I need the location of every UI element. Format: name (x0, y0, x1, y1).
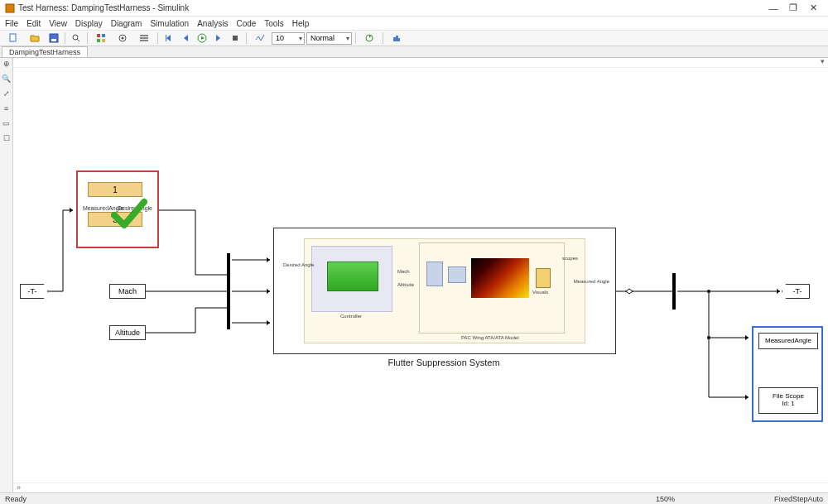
subsystem-name: Flutter Suppression System (378, 358, 510, 367)
svg-rect-8 (97, 39, 100, 42)
mux-right[interactable] (672, 273, 676, 310)
window-title: Test Harness: DampingTestHarness - Simul… (18, 3, 189, 12)
palette-hide-icon[interactable]: ☐ (2, 134, 12, 144)
menu-edit[interactable]: Edit (26, 19, 41, 28)
menu-tools[interactable]: Tools (264, 19, 283, 28)
svg-marker-33 (777, 289, 780, 294)
status-bar: Ready 150% FixedStepAuto (0, 492, 828, 504)
svg-rect-15 (166, 35, 166, 41)
svg-rect-9 (102, 39, 105, 42)
palette-image-icon[interactable]: ▭ (2, 119, 12, 129)
step-forward-button[interactable] (211, 31, 226, 45)
run-button[interactable] (195, 31, 209, 45)
maximize-button[interactable]: ❐ (783, 2, 803, 13)
altitude-constant-block[interactable]: Altitude (109, 325, 146, 340)
from-tag-block[interactable]: -T- (20, 284, 48, 299)
canvas-wrap: -T- 1 3 MeasuredAngle DesiredAngle Mach (13, 58, 828, 492)
svg-point-34 (707, 290, 710, 293)
subsystem-preview: Controller Desired Angle Mach Altitude V… (304, 238, 585, 343)
plant-label: PAC Wing ATA/ATA Model (461, 335, 518, 340)
file-scope-text: File Scope Id: 1 (773, 393, 804, 408)
palette-bar: ⊕ 🔍 ⤢ ≡ ▭ ☐ (0, 58, 13, 492)
model-canvas[interactable]: -T- 1 3 MeasuredAngle DesiredAngle Mach (13, 68, 828, 482)
close-button[interactable]: ✕ (803, 2, 823, 13)
plant-inport (426, 262, 443, 286)
controller-label: Controller (340, 314, 362, 319)
svg-rect-0 (6, 4, 14, 12)
tab-model[interactable]: DampingTestHarness (2, 46, 88, 57)
library-browser-button[interactable] (91, 31, 111, 45)
tab-strip: DampingTestHarness (0, 46, 828, 58)
menu-bar: File Edit View Display Diagram Simulatio… (0, 17, 828, 30)
menu-help[interactable]: Help (292, 19, 310, 28)
menu-view[interactable]: View (49, 19, 67, 28)
menu-diagram[interactable]: Diagram (111, 19, 142, 28)
svg-point-11 (122, 37, 124, 40)
new-model-button[interactable] (3, 31, 23, 45)
sig-row-1: 1 (88, 182, 142, 197)
menu-code[interactable]: Code (236, 19, 256, 28)
stop-button[interactable] (228, 31, 243, 45)
canvas-header[interactable] (13, 58, 828, 68)
open-button[interactable] (25, 31, 45, 45)
minimize-button[interactable]: — (763, 3, 783, 13)
menu-simulation[interactable]: Simulation (150, 19, 189, 28)
mach-constant-block[interactable]: Mach (109, 284, 146, 299)
svg-rect-6 (97, 34, 100, 37)
svg-rect-19 (393, 37, 396, 41)
svg-marker-37 (745, 395, 749, 400)
step-back-button[interactable] (161, 31, 176, 45)
svg-rect-14 (140, 40, 148, 41)
step-back-one-button[interactable] (178, 31, 193, 45)
canvas-footer[interactable]: » (13, 482, 828, 492)
svg-marker-29 (267, 320, 270, 325)
status-ready: Ready (5, 495, 26, 503)
altitude-label: Altitude (115, 329, 140, 337)
svg-rect-1 (10, 34, 16, 41)
canvas-footer-chevron: » (17, 483, 21, 492)
app-icon (5, 3, 15, 13)
measured-angle-display[interactable]: MeasuredAngle (758, 333, 818, 349)
goto-tag-label: -T- (793, 287, 802, 295)
save-button[interactable] (46, 31, 61, 45)
verification-group[interactable]: MeasuredAngle File Scope Id: 1 (752, 326, 823, 422)
build-button[interactable] (387, 31, 407, 45)
plant-preview: Visuals PAC Wing ATA/ATA Model (419, 242, 565, 334)
main-area: ⊕ 🔍 ⤢ ≡ ▭ ☐ (0, 58, 828, 492)
scopes-label: scopes (562, 256, 578, 261)
file-scope-block[interactable]: File Scope Id: 1 (758, 387, 818, 414)
menu-display[interactable]: Display (75, 19, 103, 28)
status-zoom[interactable]: 150% (656, 495, 675, 503)
menu-file[interactable]: File (5, 19, 18, 28)
status-solver[interactable]: FixedStepAuto (774, 495, 823, 503)
palette-navigate-icon[interactable]: ⊕ (2, 60, 12, 70)
svg-marker-25 (267, 257, 270, 262)
svg-point-36 (707, 336, 710, 339)
plant-3d-icon (471, 258, 529, 298)
mux-left[interactable] (227, 253, 230, 329)
svg-rect-13 (140, 37, 148, 39)
svg-marker-22 (70, 208, 73, 213)
port-desired-angle: Desired Angle (283, 262, 314, 267)
palette-fit-icon[interactable]: ⤢ (2, 89, 12, 99)
goto-tag-block[interactable]: -T- (782, 284, 810, 299)
mach-label: Mach (118, 287, 137, 295)
simulation-mode-select[interactable]: Normal (306, 32, 352, 45)
find-button[interactable] (69, 31, 84, 45)
menu-analysis[interactable]: Analysis (197, 19, 228, 28)
palette-zoom-icon[interactable]: 🔍 (2, 74, 12, 84)
palette-annotate-icon[interactable]: ≡ (2, 104, 12, 114)
record-button[interactable] (250, 31, 270, 45)
flutter-subsystem-block[interactable]: Controller Desired Angle Mach Altitude V… (273, 228, 616, 354)
plant-sum (448, 266, 466, 283)
svg-rect-12 (140, 35, 148, 36)
model-explorer-button[interactable] (134, 31, 154, 45)
model-config-button[interactable] (113, 31, 132, 45)
signal-builder-block[interactable]: 1 3 MeasuredAngle DesiredAngle (76, 170, 159, 248)
plant-scope-lbl: Visuals (532, 290, 548, 295)
svg-marker-35 (745, 335, 749, 340)
fast-restart-button[interactable] (359, 31, 379, 45)
svg-rect-20 (396, 36, 398, 41)
svg-marker-31 (626, 289, 633, 294)
stop-time-field[interactable]: 10 (272, 32, 305, 45)
